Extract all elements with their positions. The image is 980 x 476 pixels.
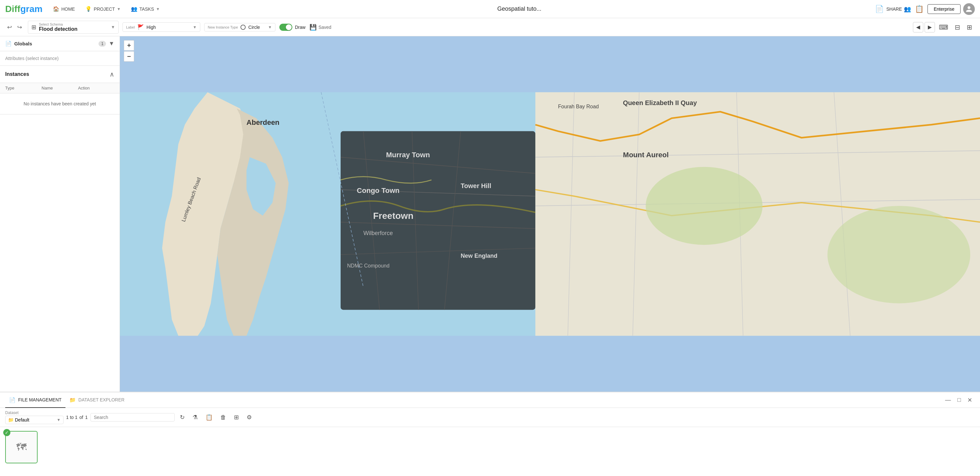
- delete-button[interactable]: 🗑: [218, 412, 229, 423]
- svg-text:Mount Aureol: Mount Aureol: [623, 151, 668, 159]
- tab-file-management[interactable]: 📄 FILE MANAGEMENT: [5, 392, 65, 408]
- pagination-of: of: [80, 415, 83, 420]
- no-instances-text: No instances have been created yet: [24, 101, 96, 107]
- schema-selector[interactable]: ⊞ Select Schema Flood detection ▼: [28, 21, 119, 34]
- col-header-name: Name: [41, 86, 78, 91]
- zoom-out-button[interactable]: −: [124, 51, 134, 62]
- project-icon: 💡: [85, 6, 92, 12]
- annotation-toolbar: ↩ ↪ ⊞ Select Schema Flood detection ▼ La…: [0, 18, 980, 36]
- file-icon[interactable]: 📄: [875, 5, 884, 13]
- maximize-panel-button[interactable]: □: [955, 395, 964, 405]
- instance-type-selector[interactable]: New Instance Type Circle ▼: [204, 23, 275, 32]
- zoom-in-button[interactable]: +: [124, 40, 134, 51]
- filter-button[interactable]: ⚗: [190, 412, 200, 423]
- svg-text:Congo Town: Congo Town: [357, 186, 399, 194]
- grid-view-button[interactable]: ⊞: [964, 22, 975, 32]
- svg-text:NDMC Compound: NDMC Compound: [347, 263, 390, 269]
- dataset-selector-group: Dataset 📁 Default ▼: [5, 411, 64, 424]
- share-add-icon: 👥: [904, 5, 911, 13]
- share-button[interactable]: SHARE 👥: [886, 5, 911, 13]
- label-chevron-icon: ▼: [193, 25, 197, 30]
- map-svg: Murray Town Congo Town Tower Hill Freeto…: [120, 36, 980, 392]
- col-header-type: Type: [5, 86, 41, 91]
- svg-text:Tower Hill: Tower Hill: [461, 182, 491, 189]
- svg-text:Freetown: Freetown: [373, 211, 414, 221]
- next-frame-button[interactable]: ▶: [924, 22, 935, 32]
- nav-tasks-label: TASKS: [139, 6, 154, 12]
- svg-text:New England: New England: [461, 253, 498, 259]
- instances-column-headers: Type Name Action: [0, 83, 119, 93]
- saved-indicator: 💾 Saved: [310, 24, 331, 31]
- bottom-tab-bar: 📄 FILE MANAGEMENT 📁 DATASET EXPLORER — □…: [0, 392, 980, 408]
- undo-redo-group: ↩ ↪: [5, 22, 24, 32]
- export-icon[interactable]: 📋: [915, 5, 924, 13]
- attributes-section: Attributes (select instance): [0, 51, 119, 66]
- schema-dropdown: Select Schema Flood detection: [39, 22, 78, 32]
- dataset-dropdown[interactable]: 📁 Default ▼: [5, 416, 64, 424]
- schema-chevron-icon: ▼: [111, 25, 115, 30]
- bottom-panel-controls: — □ ✕: [942, 395, 975, 405]
- minimize-panel-button[interactable]: —: [942, 395, 953, 405]
- svg-rect-4: [340, 131, 535, 310]
- svg-text:Fourah Bay Road: Fourah Bay Road: [558, 104, 599, 110]
- file-search-input[interactable]: [91, 413, 175, 422]
- dataset-value: Default: [15, 417, 29, 422]
- file-grid: ✓ 🗺: [0, 427, 980, 467]
- dataset-chevron-icon: ▼: [57, 418, 60, 422]
- svg-point-29: [646, 167, 762, 245]
- tab-dataset-explorer[interactable]: 📁 DATASET EXPLORER: [65, 392, 128, 408]
- flag-icon: 🚩: [137, 24, 144, 30]
- map-zoom-controls: + −: [124, 40, 134, 62]
- top-navigation: Diffgram 🏠 HOME 💡 PROJECT ▼ 👥 TASKS ▼ Ge…: [0, 0, 980, 18]
- col-header-action: Action: [78, 86, 115, 91]
- attributes-label: Attributes (select instance): [5, 56, 59, 61]
- globals-chevron-icon: ▼: [108, 40, 115, 47]
- keyboard-shortcut-button[interactable]: ⌨: [936, 22, 951, 32]
- file-item[interactable]: ✓ 🗺: [5, 431, 38, 463]
- pagination-info: 1 to 1 of 1: [66, 415, 88, 420]
- globals-label: Globals: [14, 41, 99, 46]
- schema-icon: ⊞: [32, 24, 36, 31]
- annotation-settings-button[interactable]: ⚙: [244, 412, 255, 423]
- bottom-panel: 📄 FILE MANAGEMENT 📁 DATASET EXPLORER — □…: [0, 392, 980, 476]
- close-panel-button[interactable]: ✕: [965, 395, 975, 405]
- dataset-label: Dataset: [5, 411, 64, 415]
- enterprise-button[interactable]: Enterprise: [928, 4, 961, 14]
- project-chevron-icon: ▼: [117, 7, 121, 11]
- draw-toggle-group: Draw: [279, 24, 305, 31]
- nav-project[interactable]: 💡 PROJECT ▼: [81, 4, 124, 14]
- pagination-total: 1: [85, 415, 88, 420]
- saved-text: Saved: [318, 25, 331, 30]
- refresh-button[interactable]: ↻: [177, 412, 187, 423]
- user-avatar[interactable]: [963, 3, 975, 15]
- tasks-chevron-icon: ▼: [156, 7, 160, 11]
- label-selector[interactable]: Label 🚩 High ▼: [123, 22, 200, 32]
- grid-view-files-button[interactable]: ⊞: [231, 412, 242, 423]
- logo[interactable]: Diffgram: [5, 4, 43, 14]
- redo-button[interactable]: ↪: [15, 22, 24, 32]
- nav-home-label: HOME: [61, 6, 75, 12]
- svg-text:Wilberforce: Wilberforce: [363, 230, 393, 236]
- draw-label: Draw: [295, 25, 305, 30]
- dataset-explorer-icon: 📁: [69, 397, 76, 403]
- upload-button[interactable]: 📋: [203, 412, 215, 423]
- instances-collapse-button[interactable]: ∧: [110, 70, 115, 78]
- main-content: 📄 Globals 1 ▼ Attributes (select instanc…: [0, 36, 980, 392]
- undo-button[interactable]: ↩: [5, 22, 14, 32]
- tasks-icon: 👥: [131, 6, 137, 12]
- schema-label: Select Schema: [39, 22, 78, 26]
- nav-tasks[interactable]: 👥 TASKS ▼: [127, 4, 164, 14]
- instances-section: Instances ∧ Type Name Action No instance…: [0, 66, 119, 115]
- draw-toggle-switch[interactable]: [279, 24, 292, 31]
- globals-section-header[interactable]: 📄 Globals 1 ▼: [0, 36, 119, 51]
- map-canvas[interactable]: Murray Town Congo Town Tower Hill Freeto…: [120, 36, 980, 392]
- pagination-from: 1 to 1: [66, 415, 78, 420]
- dataset-folder-icon: 📁: [8, 417, 14, 422]
- toolbar-right-actions: ◀ ▶ ⌨ ⊟ ⊞: [913, 22, 975, 32]
- split-view-button[interactable]: ⊟: [952, 22, 963, 32]
- svg-point-30: [827, 206, 970, 303]
- prev-frame-button[interactable]: ◀: [913, 22, 923, 32]
- nav-home[interactable]: 🏠 HOME: [49, 4, 79, 14]
- instances-label: Instances: [5, 71, 110, 77]
- globals-count-badge: 1: [99, 41, 106, 47]
